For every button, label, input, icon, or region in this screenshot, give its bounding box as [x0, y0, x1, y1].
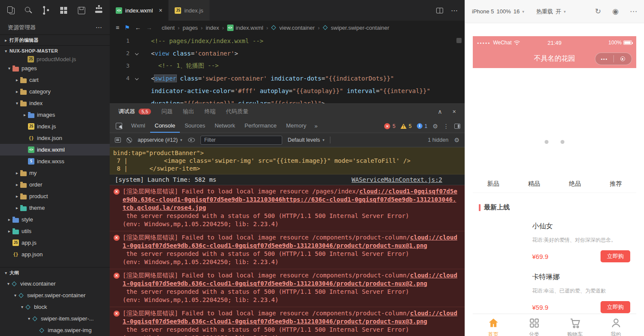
- tree-item-app.js[interactable]: JSapp.js: [0, 237, 110, 249]
- more-actions-icon[interactable]: ⋯: [96, 24, 102, 31]
- dock-side-icon[interactable]: [454, 124, 460, 129]
- hot-reload-toggle[interactable]: 热重载 开 ▾: [536, 8, 566, 16]
- devtools-tab-console[interactable]: Console: [150, 119, 180, 133]
- breadcrumb-item-view.container[interactable]: view.container: [271, 25, 314, 31]
- devtools-tab-network[interactable]: Network: [210, 119, 240, 133]
- tree-item-category[interactable]: ▸category: [0, 86, 110, 97]
- buy-button[interactable]: 立即购: [601, 250, 630, 262]
- tree-item-images[interactable]: ▸images: [0, 109, 110, 121]
- devtools-tab-sources[interactable]: Sources: [180, 119, 210, 133]
- bookmark-icon[interactable]: ⚑: [124, 24, 130, 31]
- panel-tab-终端[interactable]: 终端: [204, 108, 216, 115]
- more-actions-icon[interactable]: ⋯: [451, 6, 458, 15]
- product-card[interactable]: 卡特琳娜花语:幸运、已逝的爱、为爱道歉¥59.9立即购: [479, 271, 630, 313]
- project-section[interactable]: ▾ NUX-SHOP-MASTER: [0, 45, 110, 56]
- exit-miniprogram-icon[interactable]: [614, 56, 632, 61]
- more-icon[interactable]: ⋯: [630, 7, 637, 16]
- tab-index-js[interactable]: JS index.js: [169, 0, 210, 21]
- product-card[interactable]: 小仙女花语:美好的爱情、对你深深的思念。¥69.9立即购: [479, 220, 630, 262]
- collapse-panel-icon[interactable]: ∧: [438, 108, 442, 115]
- outline-item-view.container[interactable]: ▾view.container: [0, 278, 110, 289]
- fold-icon[interactable]: [132, 75, 142, 82]
- live-expression-icon[interactable]: [188, 138, 195, 142]
- scrollbar-marker[interactable]: [456, 38, 462, 43]
- record-icon[interactable]: ◉: [612, 7, 619, 16]
- breadcrumb-item-index.wxml[interactable]: <>index.wxml: [227, 25, 263, 31]
- category-tab-推荐[interactable]: 推荐: [595, 180, 636, 188]
- open-editors-section[interactable]: ▸ 打开的编辑器: [0, 34, 110, 45]
- tree-item-index.js[interactable]: JSindex.js: [0, 121, 110, 132]
- tree-item-style[interactable]: ▸style: [0, 214, 110, 225]
- search-icon[interactable]: [24, 6, 33, 15]
- category-tab-绝品[interactable]: 绝品: [555, 180, 595, 188]
- more-options-icon[interactable]: •••: [595, 56, 613, 62]
- tree-item-theme[interactable]: ▸theme: [0, 202, 110, 214]
- outline-item-image.swiper-img[interactable]: image.swiper-img: [0, 324, 110, 336]
- outline-item-swiper.swiper-container[interactable]: ▾swiper.swiper-container: [0, 289, 110, 301]
- code-editor[interactable]: 1<!-- pages/index/index.wxml -->2<view c…: [110, 34, 465, 103]
- tabbar-item-home[interactable]: 首页: [473, 317, 514, 336]
- tree-item-index.json[interactable]: {}index.json: [0, 132, 110, 144]
- fold-icon[interactable]: [132, 50, 142, 57]
- tab-index-wxml[interactable]: <> index.wxml ×: [110, 0, 169, 21]
- tree-item-utils[interactable]: ▸utils: [0, 225, 110, 237]
- console-log[interactable]: bind:tap="productBanner"> 7 | <image cla…: [110, 147, 465, 336]
- source-link[interactable]: WAServiceMainContext.js:2: [351, 176, 442, 183]
- modules-icon[interactable]: [59, 6, 68, 15]
- device-selector[interactable]: iPhone 5 100% 16 ▾: [472, 8, 524, 15]
- git-branch-icon[interactable]: [41, 6, 51, 15]
- clear-console-icon[interactable]: [126, 137, 132, 143]
- devtools-tab-performance[interactable]: Performance: [240, 119, 281, 133]
- refresh-icon[interactable]: ↻: [595, 7, 601, 16]
- tree-item-my[interactable]: ▸my: [0, 167, 110, 179]
- outline-menu-icon[interactable]: ≡: [116, 24, 119, 31]
- buy-button[interactable]: 立即购: [601, 301, 630, 313]
- breadcrumb-item-pages[interactable]: pages: [182, 25, 197, 31]
- tree-item-pages[interactable]: ▾pages: [0, 62, 110, 74]
- devtools-menu-icon[interactable]: ⋮: [443, 123, 449, 130]
- save-icon[interactable]: [77, 6, 86, 15]
- devtools-tab-wxml[interactable]: Wxml: [126, 119, 150, 133]
- panel-tab-输出[interactable]: 输出: [183, 108, 194, 115]
- execution-context-select[interactable]: appservice (#12) ▾: [138, 137, 182, 143]
- category-tab-精品[interactable]: 精品: [514, 180, 555, 188]
- console-filter-input[interactable]: [200, 136, 282, 145]
- inspect-element-icon[interactable]: [116, 123, 122, 129]
- tree-item-app.json[interactable]: {}app.json: [0, 249, 110, 260]
- tabbar-item-cart[interactable]: 购物车: [555, 317, 595, 336]
- issues-count-icon[interactable]: i: [417, 123, 422, 129]
- console-sidebar-icon[interactable]: [115, 137, 121, 143]
- breadcrumb-item-swiper.swiper-container[interactable]: swiper.swiper-container: [323, 25, 389, 31]
- docker-icon[interactable]: [94, 6, 104, 15]
- tree-item-index[interactable]: ▾index: [0, 97, 110, 109]
- breadcrumb-item-client[interactable]: client: [162, 25, 175, 31]
- tree-item-index.wxss[interactable]: Sindex.wxss: [0, 156, 110, 167]
- devtools-settings-icon[interactable]: ⚙: [432, 123, 438, 130]
- banner-swiper[interactable]: [473, 68, 636, 150]
- forward-arrow-icon[interactable]: →: [146, 24, 152, 31]
- panel-tab-代码质量[interactable]: 代码质量: [226, 108, 248, 115]
- console-settings-icon[interactable]: ⚙: [454, 137, 459, 143]
- back-arrow-icon[interactable]: ←: [135, 24, 141, 31]
- tree-item-productmodel[interactable]: JS productModel.js: [0, 56, 110, 62]
- tree-item-cart[interactable]: ▸cart: [0, 74, 110, 86]
- tabbar-item-category[interactable]: 分类: [514, 317, 555, 336]
- panel-tab-调试器[interactable]: 调试器: [118, 108, 135, 115]
- panel-tab-问题[interactable]: 问题: [161, 108, 173, 115]
- outline-item-block[interactable]: ▾block: [0, 301, 110, 313]
- devtools-tab-memory[interactable]: Memory: [281, 119, 311, 133]
- outline-item-swiper-item.swiper-...[interactable]: ▾swiper-item.swiper-...: [0, 313, 110, 324]
- docs-icon[interactable]: [6, 6, 15, 15]
- close-tab-icon[interactable]: ×: [159, 7, 162, 14]
- outline-section[interactable]: ▾ 大纲: [0, 267, 110, 278]
- tree-item-order[interactable]: ▸order: [0, 179, 110, 190]
- tree-item-product[interactable]: ▸product: [0, 190, 110, 202]
- split-editor-icon[interactable]: [436, 8, 443, 13]
- close-panel-icon[interactable]: ×: [453, 108, 456, 115]
- error-count-icon[interactable]: ×: [384, 123, 390, 129]
- breadcrumb-item-index[interactable]: index: [206, 25, 219, 31]
- log-levels-select[interactable]: Default levels ▾: [288, 137, 325, 143]
- category-tab-新品[interactable]: 新品: [473, 180, 514, 188]
- warning-count-icon[interactable]: [401, 124, 407, 129]
- tabbar-item-profile[interactable]: 我的: [595, 317, 636, 336]
